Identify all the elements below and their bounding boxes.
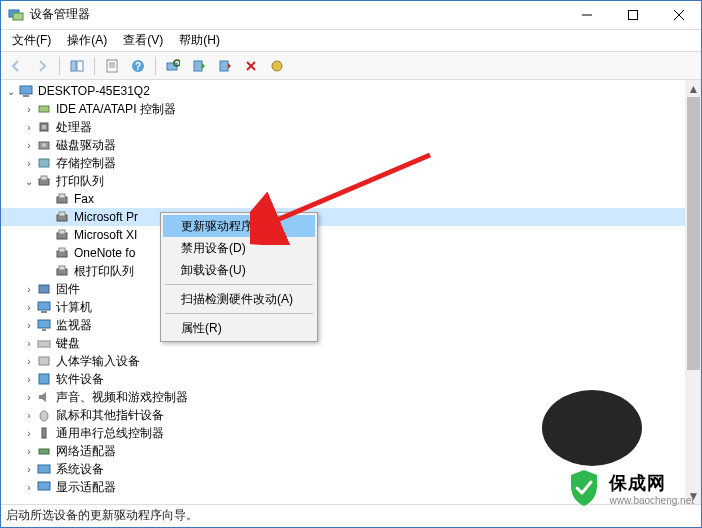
disable-button[interactable] xyxy=(213,55,237,77)
svg-rect-34 xyxy=(59,212,65,216)
printer-icon xyxy=(54,191,70,207)
back-button[interactable] xyxy=(4,55,28,77)
expander-closed-icon[interactable]: › xyxy=(22,410,36,421)
tree-disk[interactable]: › 磁盘驱动器 xyxy=(0,136,685,154)
tree-firmware[interactable]: › 固件 xyxy=(0,280,685,298)
usb-icon xyxy=(36,425,52,441)
svg-rect-50 xyxy=(42,428,46,438)
sound-icon xyxy=(36,389,52,405)
show-hide-tree-button[interactable] xyxy=(65,55,89,77)
maximize-button[interactable] xyxy=(610,0,656,30)
menu-help[interactable]: 帮助(H) xyxy=(171,30,228,51)
tree-monitor[interactable]: › 监视器 xyxy=(0,316,685,334)
svg-rect-17 xyxy=(220,61,228,71)
svg-rect-45 xyxy=(42,329,46,331)
ctx-separator xyxy=(165,313,313,314)
shield-icon xyxy=(567,468,601,508)
tree-fax[interactable]: Fax xyxy=(0,190,685,208)
update-driver-button[interactable] xyxy=(187,55,211,77)
ctx-properties[interactable]: 属性(R) xyxy=(163,317,315,339)
ctx-uninstall-device[interactable]: 卸载设备(U) xyxy=(163,259,315,281)
printer-icon xyxy=(54,263,70,279)
expander-closed-icon[interactable]: › xyxy=(22,284,36,295)
system-icon xyxy=(36,461,52,477)
svg-rect-36 xyxy=(59,230,65,234)
watermark-brand: 保成网 xyxy=(609,471,694,495)
svg-rect-21 xyxy=(20,86,32,94)
minimize-button[interactable] xyxy=(564,0,610,30)
help-button[interactable]: ? xyxy=(126,55,150,77)
menu-file[interactable]: 文件(F) xyxy=(4,30,59,51)
tree-root[interactable]: ⌄ DESKTOP-45E31Q2 xyxy=(0,82,685,100)
tree-onenote[interactable]: OneNote fo xyxy=(0,244,685,262)
printer-icon xyxy=(54,245,70,261)
tree-software[interactable]: › 软件设备 xyxy=(0,370,685,388)
printer-icon xyxy=(54,227,70,243)
svg-rect-44 xyxy=(38,320,50,328)
expander-closed-icon[interactable]: › xyxy=(22,464,36,475)
storage-icon xyxy=(36,155,52,171)
tree-storage[interactable]: › 存储控制器 xyxy=(0,154,685,172)
expander-open-icon[interactable]: ⌄ xyxy=(4,86,18,97)
toolbar: ? xyxy=(0,52,702,80)
window-title: 设备管理器 xyxy=(30,6,564,23)
expander-closed-icon[interactable]: › xyxy=(22,320,36,331)
expander-closed-icon[interactable]: › xyxy=(22,122,36,133)
close-button[interactable] xyxy=(656,0,702,30)
svg-rect-23 xyxy=(39,106,49,112)
cpu-icon xyxy=(36,119,52,135)
add-legacy-button[interactable] xyxy=(265,55,289,77)
printer-icon xyxy=(36,173,52,189)
context-menu: 更新驱动程序(P) 禁用设备(D) 卸载设备(U) 扫描检测硬件改动(A) 属性… xyxy=(160,212,318,342)
svg-point-49 xyxy=(40,411,48,421)
svg-rect-3 xyxy=(629,10,638,19)
svg-rect-22 xyxy=(23,95,29,97)
tree-msprint[interactable]: Microsoft Pr xyxy=(0,208,685,226)
tree-msxps[interactable]: Microsoft XI xyxy=(0,226,685,244)
expander-closed-icon[interactable]: › xyxy=(22,302,36,313)
properties-button[interactable] xyxy=(100,55,124,77)
expander-closed-icon[interactable]: › xyxy=(22,104,36,115)
expander-closed-icon[interactable]: › xyxy=(22,356,36,367)
firmware-icon xyxy=(36,281,52,297)
expander-closed-icon[interactable]: › xyxy=(22,392,36,403)
svg-rect-25 xyxy=(42,125,46,129)
tree-keyboard[interactable]: › 键盘 xyxy=(0,334,685,352)
watermark-url: www.baocheng.net xyxy=(609,495,694,506)
tree-cpu[interactable]: › 处理器 xyxy=(0,118,685,136)
uninstall-button[interactable] xyxy=(239,55,263,77)
expander-open-icon[interactable]: ⌄ xyxy=(22,176,36,187)
ctx-scan-hardware[interactable]: 扫描检测硬件改动(A) xyxy=(163,288,315,310)
tree-computer[interactable]: › 计算机 xyxy=(0,298,685,316)
expander-closed-icon[interactable]: › xyxy=(22,338,36,349)
ctx-update-driver[interactable]: 更新驱动程序(P) xyxy=(163,215,315,237)
ctx-disable-device[interactable]: 禁用设备(D) xyxy=(163,237,315,259)
expander-closed-icon[interactable]: › xyxy=(22,446,36,457)
tree-print-queue[interactable]: ⌄ 打印队列 xyxy=(0,172,685,190)
tree-ide[interactable]: › IDE ATA/ATAPI 控制器 xyxy=(0,100,685,118)
expander-closed-icon[interactable]: › xyxy=(22,158,36,169)
scroll-track[interactable] xyxy=(685,97,702,487)
scroll-up-button[interactable]: ▲ xyxy=(685,80,702,97)
svg-rect-30 xyxy=(41,176,47,180)
svg-text:?: ? xyxy=(135,61,141,72)
svg-rect-8 xyxy=(107,60,117,72)
svg-rect-7 xyxy=(77,61,83,71)
expander-closed-icon[interactable]: › xyxy=(22,140,36,151)
forward-button[interactable] xyxy=(30,55,54,77)
tree-rootprint[interactable]: 根打印队列 xyxy=(0,262,685,280)
svg-rect-46 xyxy=(38,341,50,347)
expander-closed-icon[interactable]: › xyxy=(22,482,36,493)
vertical-scrollbar[interactable]: ▲ ▼ xyxy=(685,80,702,504)
scroll-thumb[interactable] xyxy=(687,97,700,370)
network-icon xyxy=(36,443,52,459)
svg-rect-48 xyxy=(39,374,49,384)
scan-hardware-button[interactable] xyxy=(161,55,185,77)
expander-closed-icon[interactable]: › xyxy=(22,428,36,439)
menu-view[interactable]: 查看(V) xyxy=(115,30,171,51)
expander-closed-icon[interactable]: › xyxy=(22,374,36,385)
software-icon xyxy=(36,371,52,387)
tree-hid[interactable]: › 人体学输入设备 xyxy=(0,352,685,370)
svg-rect-6 xyxy=(71,61,76,71)
menu-action[interactable]: 操作(A) xyxy=(59,30,115,51)
